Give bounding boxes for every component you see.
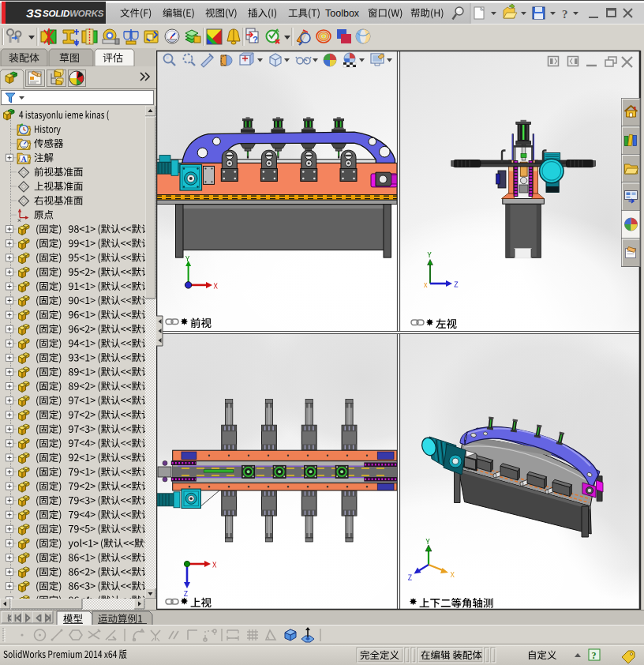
svg-text:?: ? (253, 35, 258, 44)
svg-text:?: ? (562, 8, 568, 21)
svg-text:A: A (21, 155, 28, 163)
svg-text:Toolbox: Toolbox (325, 8, 360, 19)
svg-text:?: ? (592, 650, 597, 661)
